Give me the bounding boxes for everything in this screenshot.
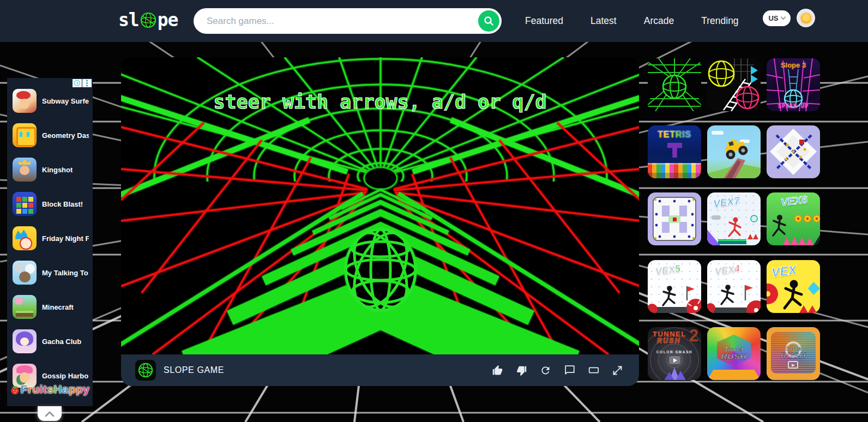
ad-item-label: Block Blast! [42, 200, 83, 208]
ad-info-button[interactable]: i [73, 79, 82, 87]
fullscreen-icon [612, 365, 623, 376]
nav-link-arcade[interactable]: Arcade [644, 15, 674, 27]
sun-icon [801, 13, 811, 23]
ad-footer-logo[interactable]: FruitsHappy [7, 377, 93, 401]
ad-item-label: My Talking To [42, 269, 88, 277]
friday-night-funkin-icon [13, 226, 37, 250]
thumbnail-tetris[interactable]: TETRIS [648, 125, 701, 178]
ad-item-subway-surfers[interactable]: Subway Surfe [13, 89, 90, 113]
theater-mode-button[interactable] [586, 363, 601, 378]
game-thumbnail-icon [135, 360, 156, 381]
play-icon [669, 356, 680, 364]
fullscreen-button[interactable] [610, 363, 625, 378]
nav-link-latest[interactable]: Latest [590, 15, 617, 27]
search-button[interactable] [478, 10, 499, 32]
ad-item-friday-night[interactable]: Friday Night F [13, 226, 90, 250]
ad-item-minecraft[interactable]: Minecraft [13, 295, 90, 319]
thumbnail-slope[interactable] [648, 58, 701, 111]
minecraft-icon [13, 295, 37, 319]
ad-item-my-talking-tom[interactable]: My Talking To [13, 261, 90, 285]
thumbnail-pixel-path[interactable] [767, 125, 820, 178]
thumbs-up-icon [492, 365, 503, 376]
ad-collapse-tab[interactable] [38, 406, 62, 421]
ad-item-block-blast[interactable]: Block Blast! [13, 192, 90, 216]
nav-link-featured[interactable]: Featured [525, 15, 563, 27]
tunnel-rush-alt-title-line2: RUSH [767, 351, 820, 360]
tunnel-rush-2-subtitle: COLOR SMASH [648, 350, 701, 354]
game-title: SLOPE GAME [164, 365, 224, 375]
thumbnail-tunnel-rush-2[interactable]: TUNNEL RUSH 2 COLOR SMASH [648, 327, 701, 380]
thumbnail-tunnel-rush-alt[interactable]: Tunnel RUSH [767, 327, 820, 380]
like-button[interactable] [490, 363, 505, 378]
vertical-dots-icon [86, 82, 88, 84]
ad-item-label: Gacha Club [42, 337, 81, 346]
block-blast-icon [13, 192, 37, 216]
chevron-down-icon [780, 15, 786, 20]
search-icon [484, 16, 494, 26]
thumbnail-monster-truck[interactable] [707, 125, 761, 178]
thumbnail-vex-5[interactable]: VEX5 [648, 260, 701, 313]
search-bar [194, 8, 502, 34]
chevron-up-icon [44, 410, 56, 418]
talking-tom-icon [13, 261, 37, 285]
pixel-path-art [767, 125, 820, 178]
fruitshappy-logo-text: FruitsHappy [21, 383, 90, 396]
tunnel-rush-2-title-line2: RUSH [657, 337, 681, 345]
slope3-caption: SPEED UP [767, 103, 820, 109]
thumbnail-pixel-maze[interactable] [648, 192, 701, 245]
refresh-icon [540, 365, 551, 376]
vex-logo-text: VEX [771, 262, 798, 280]
ad-item-gacha-club[interactable]: Gacha Club [13, 329, 90, 353]
slope-globe-icon [140, 11, 157, 29]
logo-text-post: pe [158, 9, 178, 31]
pixel-maze-art [648, 192, 701, 245]
slope-thumb-art [648, 58, 701, 111]
site-logo[interactable]: sl pe [118, 9, 178, 31]
tetris-blocks [648, 163, 701, 178]
ad-choices: i [73, 79, 92, 87]
thumbnail-tunnel-rush[interactable]: Tunnel RUSH [707, 327, 761, 380]
nav-links: Featured Latest Arcade Trending [525, 0, 739, 42]
top-navbar: sl pe Featured Latest Arcade Trending US [0, 0, 868, 42]
thumbnail-vex[interactable]: VEX [767, 260, 820, 313]
game-toolbar: SLOPE GAME [121, 354, 639, 386]
search-input[interactable] [194, 8, 502, 34]
kingshot-icon [13, 158, 37, 182]
ad-item-kingshot[interactable]: Kingshot [13, 158, 90, 182]
truck-thumb-art [707, 125, 761, 178]
gacha-club-icon [13, 329, 37, 353]
ad-item-label: Kingshot [42, 166, 73, 174]
thumbs-down-icon [516, 365, 527, 376]
thumbnail-vex-4[interactable]: VEX4 [707, 260, 761, 313]
ad-item-label: Minecraft [42, 303, 74, 311]
thumbnail-vex-6[interactable]: VEX6 [767, 192, 820, 245]
subway-surfers-icon [13, 89, 37, 113]
game-player: steer with arrows, a/d or q/d SLOPE GAME [121, 57, 639, 386]
reload-button[interactable] [538, 363, 553, 378]
thumbnail-slope-2[interactable] [707, 58, 761, 111]
comment-icon [564, 364, 576, 376]
locale-selector[interactable]: US [763, 10, 791, 26]
tetris-logo-text: TETRIS [648, 129, 701, 140]
theme-toggle-button[interactable] [797, 9, 815, 27]
logo-text-pre: sl [118, 9, 139, 31]
ad-menu-button[interactable] [82, 79, 92, 87]
tunnel-rush-2-number: 2 [689, 327, 698, 346]
slope-globe-icon [137, 362, 154, 378]
ad-item-geometry-dash[interactable]: Geometry Das [13, 123, 90, 147]
ad-sidebar: i Subway Surfe Geometry Das Kingshot Blo… [7, 78, 93, 406]
nav-link-trending[interactable]: Trending [701, 15, 738, 27]
dislike-button[interactable] [514, 363, 529, 378]
info-icon: i [74, 80, 80, 86]
ad-item-label: Geometry Das [42, 131, 89, 140]
thumbnail-vex-7[interactable]: VEX7 [707, 192, 761, 245]
comments-button[interactable] [562, 363, 577, 378]
geometry-dash-icon [13, 123, 37, 147]
thumbnail-slope-3[interactable]: Slope 3 SPEED UP [767, 58, 820, 111]
locale-label: US [768, 14, 778, 22]
slope3-title: Slope 3 [767, 61, 820, 69]
game-actions [490, 363, 625, 378]
ad-item-label: Friday Night F [42, 234, 89, 243]
theater-mode-icon [588, 364, 600, 376]
slope-game-canvas[interactable] [121, 57, 639, 354]
